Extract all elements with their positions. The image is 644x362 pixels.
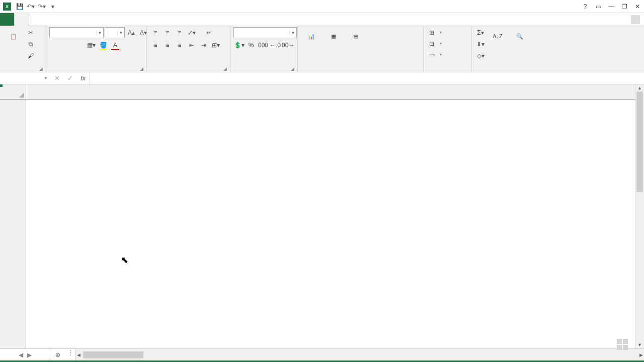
group-editing-label — [475, 71, 641, 72]
tab-formulas[interactable] — [57, 13, 71, 26]
tab-layout[interactable] — [43, 13, 57, 26]
wrap-text-icon[interactable]: ↵ — [203, 27, 214, 38]
format-as-table-button[interactable]: ▦ — [323, 27, 344, 46]
title-bar: X 💾 ↶▾ ↷▾ ▾ ? ▭ — ❐ ✕ — [0, 0, 644, 13]
scroll-thumb[interactable] — [636, 92, 643, 192]
select-all-corner[interactable] — [0, 84, 26, 100]
name-box[interactable]: ▼ — [0, 72, 50, 84]
column-headers — [26, 84, 635, 100]
tab-home[interactable] — [14, 14, 29, 26]
autosum-icon[interactable]: Σ▾ — [475, 27, 486, 38]
align-center-icon[interactable]: ≡ — [162, 40, 173, 51]
border-icon[interactable]: ▦▾ — [86, 40, 97, 51]
sort-filter-button[interactable]: A↓Z — [487, 27, 508, 46]
cell-styles-icon: ▤ — [348, 28, 364, 44]
fill-icon[interactable]: ⬇▾ — [475, 39, 486, 50]
scroll-right-icon[interactable]: ▶ — [639, 352, 643, 357]
currency-icon[interactable]: 💲▾ — [233, 40, 245, 51]
next-sheet-icon[interactable]: ▶ — [27, 351, 32, 358]
align-right-icon[interactable]: ≡ — [174, 40, 185, 51]
font-name-combo[interactable]: ▼ — [49, 27, 104, 38]
qat-redo-icon[interactable]: ↷▾ — [36, 1, 47, 12]
prev-sheet-icon[interactable]: ◀ — [19, 351, 23, 358]
excel-icon: X — [3, 3, 11, 11]
tab-data[interactable] — [71, 13, 86, 26]
launcher-icon[interactable]: ◢ — [140, 66, 143, 71]
align-left-icon[interactable]: ≡ — [150, 40, 161, 51]
enter-formula-icon[interactable]: ✓ — [63, 72, 76, 84]
tab-split-icon[interactable]: ⋮ — [65, 349, 75, 360]
font-size-combo[interactable]: ▼ — [105, 27, 125, 38]
sort-icon: A↓Z — [490, 28, 506, 44]
percent-icon[interactable]: % — [246, 40, 257, 51]
cell-styles-button[interactable]: ▤ — [345, 27, 366, 46]
minimize-icon[interactable]: — — [605, 1, 618, 12]
qat-save-icon[interactable]: 💾 — [14, 1, 25, 12]
align-middle-icon[interactable]: ≡ — [162, 27, 173, 38]
avatar-icon — [631, 15, 640, 24]
comma-icon[interactable]: 000 — [258, 40, 269, 51]
fill-color-icon[interactable]: 🪣 — [98, 40, 109, 51]
qat-undo-icon[interactable]: ↶▾ — [25, 1, 36, 12]
sheet-tab-bar: ◀▶ ⊕ ⋮ ◀ ▶ — [0, 348, 644, 360]
number-format-combo[interactable]: ▼ — [233, 27, 297, 38]
bold-button[interactable] — [49, 40, 60, 51]
clear-icon[interactable]: ◇▾ — [475, 50, 486, 61]
orientation-icon[interactable]: ⤢▾ — [186, 27, 197, 38]
launcher-icon[interactable]: ◢ — [291, 66, 294, 71]
sheet-nav[interactable]: ◀▶ — [0, 349, 50, 360]
paste-button[interactable]: 📋 — [3, 27, 24, 46]
cells-area[interactable] — [26, 100, 635, 348]
scroll-thumb[interactable] — [83, 351, 143, 358]
group-cells-label — [427, 71, 468, 72]
conditional-formatting-button[interactable]: 📊 — [301, 27, 322, 46]
increase-decimal-icon[interactable]: ←.0 — [270, 40, 281, 51]
chevron-down-icon: ▼ — [42, 76, 50, 80]
find-select-button[interactable]: 🔍 — [509, 27, 530, 46]
cancel-formula-icon[interactable]: ✕ — [50, 72, 63, 84]
tab-file[interactable] — [0, 13, 14, 26]
help-icon[interactable]: ? — [579, 1, 592, 12]
user-account[interactable] — [624, 13, 644, 26]
horizontal-scrollbar[interactable]: ◀ ▶ — [75, 349, 644, 360]
font-color-icon[interactable]: A — [110, 40, 121, 51]
copy-icon[interactable]: ⧉ — [25, 39, 36, 50]
delete-cells-button[interactable]: ⊟▾ — [427, 38, 443, 49]
scroll-left-icon[interactable]: ◀ — [77, 352, 80, 357]
merge-icon[interactable]: ⊞▾ — [210, 40, 221, 51]
chevron-down-icon: ▼ — [96, 31, 103, 35]
restore-icon[interactable]: ❐ — [618, 1, 631, 12]
scroll-down-icon[interactable]: ▼ — [635, 341, 644, 348]
cut-icon[interactable]: ✂ — [25, 27, 36, 38]
chevron-down-icon: ▼ — [117, 31, 124, 35]
align-top-icon[interactable]: ≡ — [150, 27, 161, 38]
qat-customize-icon[interactable]: ▾ — [47, 1, 58, 12]
tab-view[interactable] — [100, 13, 114, 26]
format-painter-icon[interactable]: 🖌 — [25, 50, 36, 61]
add-sheet-button[interactable]: ⊕ — [50, 349, 65, 360]
close-icon[interactable]: ✕ — [631, 1, 644, 12]
fx-icon[interactable]: fx — [76, 72, 90, 84]
launcher-icon[interactable]: ◢ — [223, 66, 227, 71]
formula-input[interactable] — [90, 72, 644, 84]
tab-review[interactable] — [86, 13, 100, 26]
tab-insert[interactable] — [29, 13, 43, 26]
underline-button[interactable] — [73, 40, 85, 51]
scroll-up-icon[interactable]: ▲ — [635, 84, 644, 92]
format-cells-button[interactable]: ▭▾ — [427, 49, 443, 60]
decrease-decimal-icon[interactable]: .00→ — [282, 40, 293, 51]
ribbon-tabs — [0, 13, 644, 26]
launcher-icon[interactable]: ◢ — [39, 66, 43, 71]
align-bottom-icon[interactable]: ≡ — [174, 27, 185, 38]
ribbon: 📋 ✂ ⧉ 🖌 ◢ ▼ ▼ A▴ A▾ ▦▾ 🪣 — [0, 26, 644, 72]
insert-cells-button[interactable]: ⊞▾ — [427, 27, 443, 38]
group-styles: 📊 ▦ ▤ — [298, 26, 424, 72]
group-clipboard: 📋 ✂ ⧉ 🖌 ◢ — [0, 26, 46, 72]
ribbon-options-icon[interactable]: ▭ — [592, 1, 605, 12]
grow-font-icon[interactable]: A▴ — [126, 27, 137, 38]
italic-button[interactable] — [61, 40, 72, 51]
table-icon: ▦ — [326, 28, 342, 44]
indent-increase-icon[interactable]: ⇥ — [198, 40, 209, 51]
vertical-scrollbar[interactable]: ▲ ▼ — [635, 84, 644, 348]
indent-decrease-icon[interactable]: ⇤ — [186, 40, 197, 51]
